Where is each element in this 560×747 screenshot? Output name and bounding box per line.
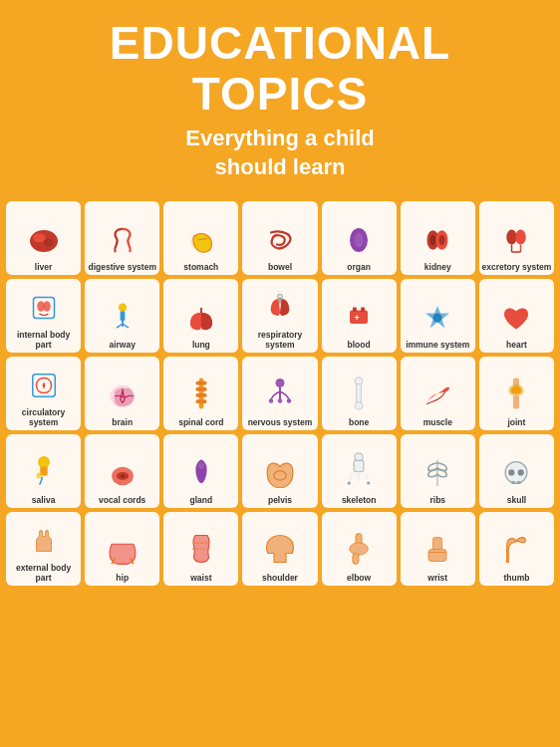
card-blood[interactable]: +blood xyxy=(322,279,397,353)
digestive-system-icon xyxy=(108,225,138,259)
svg-line-22 xyxy=(117,324,123,328)
skull-icon xyxy=(502,460,530,492)
svg-rect-77 xyxy=(433,538,442,552)
thumb-icon xyxy=(502,534,530,570)
card-immune-system[interactable]: immune system xyxy=(401,279,475,353)
lung-icon xyxy=(185,305,217,337)
stomach-icon xyxy=(186,225,216,259)
card-respiratory-system[interactable]: respiratory system xyxy=(242,279,317,353)
muscle-label: muscle xyxy=(423,417,452,427)
hip-icon xyxy=(106,538,140,570)
bone-label: bone xyxy=(349,417,369,427)
shoulder-icon xyxy=(265,532,295,570)
card-wrist[interactable]: wrist xyxy=(401,512,475,586)
spinal-cord-icon xyxy=(189,376,213,414)
svg-point-39 xyxy=(269,398,274,403)
svg-point-37 xyxy=(275,378,284,387)
card-lung[interactable]: lung xyxy=(163,279,238,353)
svg-rect-36 xyxy=(195,399,206,403)
brain-label: brain xyxy=(112,417,133,427)
vocal-cords-label: vocal cords xyxy=(99,495,145,505)
svg-point-18 xyxy=(43,301,51,312)
card-liver[interactable]: liver xyxy=(6,201,81,275)
card-internal-body-part[interactable]: internal body part xyxy=(6,279,81,353)
card-stomach[interactable]: stomach xyxy=(163,201,238,275)
card-joint[interactable]: joint xyxy=(479,357,554,430)
kidney-icon xyxy=(422,225,452,259)
digestive-system-label: digestive system xyxy=(88,262,156,272)
card-external-body-part[interactable]: external body part xyxy=(6,512,81,586)
kidney-label: kidney xyxy=(424,262,451,272)
card-thumb[interactable]: thumb xyxy=(479,512,554,586)
card-bowel[interactable]: bowel xyxy=(242,201,317,275)
card-heart[interactable]: heart xyxy=(479,279,554,353)
card-organ[interactable]: organ xyxy=(322,201,397,275)
svg-rect-69 xyxy=(517,481,521,484)
card-skull[interactable]: skull xyxy=(479,434,554,508)
lung-label: lung xyxy=(192,340,210,350)
ribs-label: ribs xyxy=(429,495,445,505)
card-excretory-system[interactable]: excretory system xyxy=(479,201,554,275)
card-pelvis[interactable]: pelvis xyxy=(242,434,317,508)
card-nervous-system[interactable]: nervous system xyxy=(242,357,317,430)
card-skeleton[interactable]: skeleton xyxy=(322,434,397,508)
card-ribs[interactable]: ribs xyxy=(401,434,475,508)
respiratory-system-label: respiratory system xyxy=(244,330,315,350)
svg-rect-58 xyxy=(354,460,364,471)
svg-point-63 xyxy=(367,482,370,485)
card-spinal-cord[interactable]: spinal cord xyxy=(163,357,238,430)
svg-point-44 xyxy=(355,402,363,410)
nervous-system-icon xyxy=(265,376,295,414)
card-bone[interactable]: bone xyxy=(322,357,397,430)
stomach-label: stomach xyxy=(183,262,218,272)
svg-line-60 xyxy=(349,473,352,481)
svg-rect-27 xyxy=(361,308,365,313)
card-airway[interactable]: airway xyxy=(85,279,159,353)
card-elbow[interactable]: elbow xyxy=(322,512,397,586)
card-muscle[interactable]: muscle xyxy=(401,357,475,430)
excretory-system-icon xyxy=(501,225,531,259)
blood-label: blood xyxy=(348,340,371,350)
svg-point-54 xyxy=(120,475,125,478)
saliva-icon xyxy=(29,454,59,492)
svg-rect-76 xyxy=(353,554,359,565)
airway-label: airway xyxy=(109,340,135,350)
waist-label: waist xyxy=(190,573,211,583)
joint-icon xyxy=(504,376,528,414)
card-shoulder[interactable]: shoulder xyxy=(242,512,317,586)
skeleton-label: skeleton xyxy=(342,495,377,505)
card-waist[interactable]: waist xyxy=(163,512,238,586)
svg-point-41 xyxy=(278,398,283,403)
svg-point-29 xyxy=(433,314,442,323)
muscle-icon xyxy=(421,382,453,414)
hip-label: hip xyxy=(116,573,129,583)
svg-point-67 xyxy=(518,470,524,476)
nervous-system-label: nervous system xyxy=(248,417,313,427)
internal-body-part-label: internal body part xyxy=(8,330,79,350)
card-vocal-cords[interactable]: vocal cords xyxy=(85,434,159,508)
page-subtitle: Everything a childshould learn xyxy=(10,124,550,181)
svg-rect-26 xyxy=(353,308,357,313)
svg-point-49 xyxy=(38,456,50,468)
card-gland[interactable]: gland xyxy=(163,434,238,508)
svg-point-9 xyxy=(430,235,436,246)
card-digestive-system[interactable]: digestive system xyxy=(85,201,159,275)
svg-line-61 xyxy=(366,473,369,481)
svg-point-62 xyxy=(348,482,351,485)
cards-grid: liverdigestive systemstomachbowelorganki… xyxy=(6,201,554,586)
grid-container: liverdigestive systemstomachbowelorganki… xyxy=(0,195,560,590)
organ-label: organ xyxy=(347,262,371,272)
saliva-label: saliva xyxy=(32,495,56,505)
card-kidney[interactable]: kidney xyxy=(401,201,475,275)
airway-icon xyxy=(111,303,135,337)
blood-icon: + xyxy=(344,303,374,337)
card-saliva[interactable]: saliva xyxy=(6,434,81,508)
svg-rect-33 xyxy=(195,381,206,385)
card-circulatory-system[interactable]: circulatory system xyxy=(6,357,81,430)
skeleton-icon xyxy=(346,452,372,492)
card-hip[interactable]: hip xyxy=(85,512,159,586)
skull-label: skull xyxy=(507,495,526,505)
card-brain[interactable]: brain xyxy=(85,357,159,430)
organ-icon xyxy=(344,225,374,259)
svg-rect-43 xyxy=(357,384,362,403)
